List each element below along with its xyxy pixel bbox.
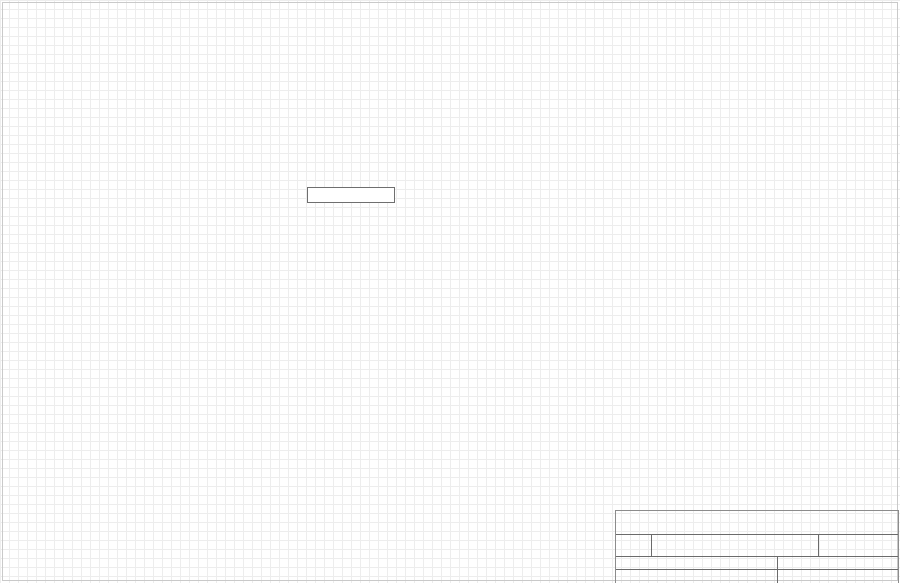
titleblock-date-cell xyxy=(616,557,778,570)
titleblock-title-cell xyxy=(616,511,898,535)
schematic-sheet xyxy=(0,0,900,583)
titleblock-sheet-cell xyxy=(778,557,898,570)
titleblock-revision-cell xyxy=(819,535,898,557)
wire-net-tooltip xyxy=(307,187,395,203)
titleblock-drawn-cell xyxy=(778,570,898,583)
titleblock-size-cell xyxy=(616,535,652,557)
schematic-canvas xyxy=(0,0,900,583)
title-block xyxy=(615,510,899,583)
titleblock-number-cell xyxy=(652,535,819,557)
titleblock-file-cell xyxy=(616,570,778,583)
